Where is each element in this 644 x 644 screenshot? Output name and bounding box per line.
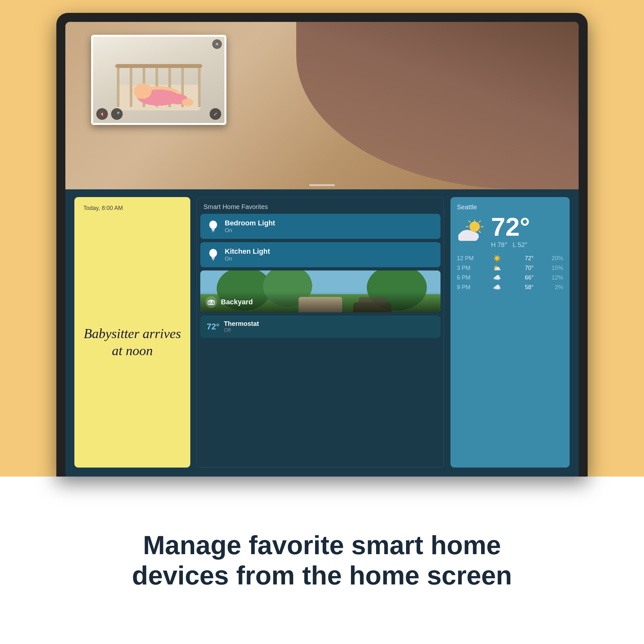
volume-off-icon: 🔇 [99,111,105,117]
forecast-row-1: 3 PM ⛅ 70° 15% [457,264,563,272]
smart-home-header: Smart Home Favorites [197,197,444,214]
bulb-svg-2 [208,249,219,261]
svg-rect-15 [212,229,215,230]
thermostat-status: Off [224,327,259,333]
kitchen-light-info: Kitchen Light On [225,247,270,262]
device-area: 🔇 🎤 ⤢ ✕ [0,0,644,477]
thermostat-temp: 72° [207,322,219,332]
weather-high-low: H 78° L 52° [491,241,530,249]
thermostat-button[interactable]: 72° Thermostat Off [200,316,440,338]
close-icon: ✕ [215,42,219,47]
close-button[interactable]: ✕ [212,39,222,49]
photo-source: from Cameron's birthday! [475,50,540,56]
forecast-icon-1: ⛅ [493,264,501,272]
tablet-frame: 🔇 🎤 ⤢ ✕ [56,13,588,477]
tagline-line1: Manage favorite smart home [143,530,501,560]
forecast-icon-0: ☀️ [493,254,501,262]
backyard-overlay: Backyard [200,292,440,312]
svg-point-31 [210,301,212,303]
svg-rect-20 [212,259,214,260]
svg-rect-45 [458,236,478,241]
svg-point-13 [182,99,194,106]
forecast-time-3: 9 PM [457,284,479,291]
bottom-section: Manage favorite smart home devices from … [0,477,644,644]
kitchen-light-name: Kitchen Light [225,247,270,256]
svg-rect-8 [115,64,202,68]
mic-slash-icon: 🎤 [114,111,120,117]
thermostat-name: Thermostat [224,320,259,327]
bedroom-light-icon [207,220,220,233]
scroll-indicator [309,184,335,186]
expand-icon: ⤢ [213,111,217,117]
smart-home-items: Bedroom Light On [197,214,444,467]
forecast-time-2: 6 PM [457,274,479,281]
photo-background: 🔇 🎤 ⤢ ✕ [65,22,579,189]
forecast-time-1: 3 PM [457,265,479,271]
forecast-temp-2: 66° [514,274,534,281]
weather-temperature: 72° [491,214,530,240]
weather-main: 72° H 78° L 52° [457,214,563,249]
forecast-row-3: 9 PM ☁️ 58° 2% [457,283,563,291]
bedroom-light-name: Bedroom Light [225,219,275,227]
bedroom-light-button[interactable]: Bedroom Light On [200,214,440,239]
camera-icon [205,296,217,308]
svg-rect-1 [117,65,119,107]
kitchen-light-icon [207,248,220,261]
kitchen-light-button[interactable]: Kitchen Light On [200,242,440,267]
date-overlay: February 4, 2020 from Cameron's birthday… [475,41,540,56]
mic-button[interactable]: 🎤 [111,108,123,120]
forecast-row-2: 6 PM ☁️ 66° 12% [457,274,563,281]
forecast-rain-3: 2% [547,284,563,291]
svg-point-14 [209,221,217,229]
smart-home-panel: Smart Home Favorites [197,197,444,468]
svg-point-33 [469,222,480,232]
bedroom-light-info: Bedroom Light On [225,219,275,234]
tagline: Manage favorite smart home devices from … [132,530,512,591]
forecast-rain-0: 20% [547,255,563,262]
note-text: Babysitter arrives at noon [83,224,181,460]
forecast-icon-3: ☁️ [493,283,501,291]
svg-point-11 [134,83,152,99]
forecast-rain-2: 12% [547,274,563,281]
svg-line-38 [469,221,470,222]
page-wrapper: 🔇 🎤 ⤢ ✕ [0,0,644,644]
weather-low: L 52° [513,241,527,248]
screen-content: Today, 8:00 AM Babysitter arrives at noo… [65,189,579,477]
weather-temp-container: 72° H 78° L 52° [491,214,530,249]
baby-monitor-widget[interactable]: 🔇 🎤 ⤢ ✕ [91,35,226,125]
photo-date: February 4, 2020 [475,41,540,50]
svg-rect-7 [198,65,201,107]
svg-point-18 [209,249,217,257]
sun-cloud-svg [457,220,486,242]
forecast-row-0: 12 PM ☀️ 72° 20% [457,254,563,262]
svg-rect-16 [212,230,214,232]
forecast-time-0: 12 PM [457,255,479,262]
forecast-temp-1: 70° [514,265,534,271]
expand-button[interactable]: ⤢ [210,108,221,120]
mute-button[interactable]: 🔇 [96,108,108,120]
camera-svg [208,299,215,305]
forecast-rain-1: 15% [547,265,563,271]
monitor-controls: 🔇 🎤 [96,108,123,120]
svg-line-40 [479,221,480,222]
backyard-label: Backyard [221,298,253,306]
forecast-temp-3: 58° [514,284,534,291]
svg-rect-19 [212,257,215,259]
bedroom-light-status: On [225,227,275,234]
weather-forecast: 12 PM ☀️ 72° 20% 3 PM ⛅ 70° 15% [457,254,563,291]
bulb-svg [208,220,219,232]
tablet-screen: 🔇 🎤 ⤢ ✕ [65,22,579,477]
more-options-button[interactable]: ⋮ [546,54,556,65]
weather-city: Seattle [457,204,563,211]
weather-panel: Seattle [450,197,570,468]
note-time: Today, 8:00 AM [83,205,181,212]
forecast-temp-0: 72° [514,255,534,262]
backyard-camera-button[interactable]: Backyard [200,270,440,312]
svg-line-39 [479,231,480,232]
weather-icon-large [457,220,486,243]
tagline-line2: devices from the home screen [132,561,512,590]
kitchen-light-status: On [225,256,270,262]
note-card: Today, 8:00 AM Babysitter arrives at noo… [74,197,190,468]
forecast-icon-2: ☁️ [493,274,501,281]
weather-high: H 78° [491,241,507,248]
